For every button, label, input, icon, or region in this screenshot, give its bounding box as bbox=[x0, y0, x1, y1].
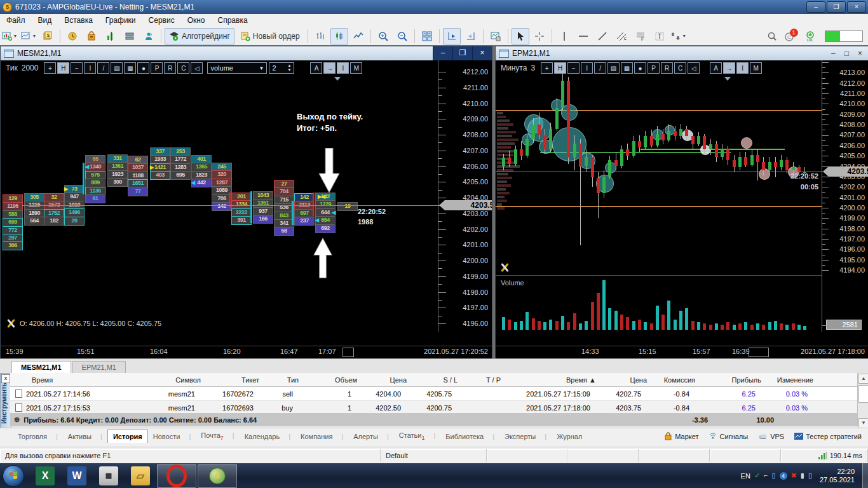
tray-clock[interactable]: 22:20 27.05.2021 bbox=[820, 468, 855, 484]
taskbar-mt5-button[interactable]: 5 bbox=[198, 464, 237, 488]
menu-Графики[interactable]: Графики bbox=[99, 15, 142, 26]
restore-button[interactable]: ❐ bbox=[827, 1, 846, 13]
taskbar-folder-icon[interactable]: ▱ bbox=[131, 466, 150, 485]
right-tool-button-3[interactable]: I bbox=[581, 62, 593, 74]
left-tool-button-10[interactable]: C bbox=[177, 62, 189, 74]
templates-button[interactable] bbox=[487, 28, 505, 44]
tray-language[interactable]: EN bbox=[741, 472, 750, 480]
column-header-9[interactable]: Цена bbox=[600, 376, 651, 384]
column-header-4[interactable]: Объем bbox=[302, 376, 361, 384]
economic-calendar-icon[interactable] bbox=[102, 28, 119, 44]
right-chart-titlebar[interactable]: EPM21,M1 – □ × bbox=[496, 46, 868, 61]
show-desktop-button[interactable] bbox=[862, 463, 868, 488]
right-chart-minimize[interactable]: – bbox=[831, 49, 836, 58]
left-mode-button-0[interactable]: A bbox=[310, 62, 322, 74]
market-icon[interactable] bbox=[83, 28, 100, 44]
taskbar-word-icon[interactable]: W bbox=[67, 466, 86, 485]
cursor-button[interactable] bbox=[512, 28, 529, 44]
taskbar-opera-button[interactable] bbox=[157, 464, 196, 488]
right-mode-button-2[interactable]: I bbox=[736, 62, 749, 74]
button-Маркет[interactable]: Маркет bbox=[664, 432, 698, 440]
right-tool-button-11[interactable]: ◁ bbox=[688, 62, 700, 74]
left-tool-button-7[interactable]: ● bbox=[137, 62, 149, 74]
candles-chart-button[interactable] bbox=[330, 28, 348, 44]
column-header-11[interactable]: Прибыль bbox=[699, 376, 765, 384]
tab-Календарь[interactable]: Календарь| bbox=[240, 430, 295, 443]
lvl-icon[interactable]: LVL bbox=[801, 28, 819, 44]
column-header-8[interactable]: Время ▲ bbox=[505, 376, 600, 384]
tray-key-icon[interactable]: ⌐ bbox=[764, 472, 768, 479]
left-tool-button-1[interactable]: H bbox=[57, 62, 69, 74]
tab-Эксперты[interactable]: Эксперты| bbox=[499, 430, 552, 443]
trendline-button[interactable] bbox=[593, 28, 611, 44]
left-mode-button-2[interactable]: I bbox=[337, 62, 349, 74]
table-row[interactable]: 2021.05.27 17:14:56mesm2116702672sell142… bbox=[10, 387, 858, 401]
zoom-in-button[interactable] bbox=[374, 28, 392, 44]
expand-icon[interactable]: ⊕ bbox=[14, 416, 20, 424]
left-volume-select[interactable]: volume▼ bbox=[207, 62, 267, 74]
close-button[interactable]: × bbox=[847, 1, 866, 13]
left-tool-button-8[interactable]: P bbox=[151, 62, 163, 74]
left-tool-button-5[interactable]: ▤ bbox=[111, 62, 123, 74]
column-header-3[interactable]: Тип bbox=[263, 376, 302, 384]
tab-Библиотека[interactable]: Библиотека| bbox=[440, 430, 499, 443]
right-tool-button-1[interactable]: H bbox=[554, 62, 566, 74]
right-tool-button-7[interactable]: ● bbox=[634, 62, 646, 74]
new-order-button[interactable]: Новый ордер bbox=[236, 28, 304, 44]
minimize-button[interactable]: – bbox=[806, 1, 825, 13]
quick-tools-icon[interactable] bbox=[6, 318, 16, 329]
right-chart-close[interactable]: × bbox=[858, 49, 862, 58]
column-header-2[interactable]: Тикет bbox=[205, 376, 263, 384]
vertical-line-button[interactable] bbox=[555, 28, 573, 44]
menu-Справка[interactable]: Справка bbox=[212, 15, 254, 26]
tile-windows-button[interactable] bbox=[418, 28, 436, 44]
right-tool-button-5[interactable]: ▤ bbox=[607, 62, 620, 74]
tab-История[interactable]: История bbox=[107, 430, 148, 443]
left-tool-button-9[interactable]: R bbox=[164, 62, 176, 74]
menu-Сервис[interactable]: Сервис bbox=[142, 15, 181, 26]
status-profile[interactable]: Default bbox=[381, 449, 487, 462]
search-icon[interactable] bbox=[763, 28, 781, 44]
column-header-5[interactable]: Цена bbox=[361, 376, 410, 384]
zoom-out-button[interactable] bbox=[393, 28, 411, 44]
toolbox-tab-EPM21,M1[interactable]: EPM21,M1 bbox=[72, 361, 126, 373]
tray-power-icon[interactable]: ▯ bbox=[808, 472, 812, 479]
scroll-down-icon[interactable]: ▼ bbox=[858, 418, 868, 428]
tray-volume-icon[interactable]: ▮ bbox=[801, 472, 804, 479]
taskbar-excel-icon[interactable]: X bbox=[36, 466, 55, 485]
start-button[interactable] bbox=[3, 465, 24, 487]
left-spinner[interactable]: 2 ▲▼ bbox=[269, 62, 294, 74]
column-header-7[interactable]: T / P bbox=[461, 376, 505, 384]
tab-Активы[interactable]: Активы| bbox=[63, 430, 107, 443]
tray-usb-icon[interactable]: ▯ bbox=[772, 472, 776, 479]
menu-Вид[interactable]: Вид bbox=[32, 15, 58, 26]
tray-app-icon[interactable]: 4 bbox=[780, 472, 787, 480]
left-chart-titlebar[interactable]: MESM21,M1 – ❐ × bbox=[1, 46, 492, 61]
left-tool-button-2[interactable]: − bbox=[71, 62, 83, 74]
tab-Статьи[interactable]: Статьи1| bbox=[394, 429, 441, 444]
left-chart-close[interactable]: × bbox=[472, 46, 492, 60]
left-chart-area[interactable]: Тик 2000 +H−I/▤▦●PRC◁ volume▼ 2 ▲▼ A→IM … bbox=[1, 60, 492, 358]
tab-Алерты[interactable]: Алерты| bbox=[348, 430, 394, 443]
tab-Компания[interactable]: Компания| bbox=[295, 430, 348, 443]
right-tool-button-4[interactable]: / bbox=[594, 62, 606, 74]
right-mode-button-1[interactable]: → bbox=[723, 62, 735, 74]
signals-person-icon[interactable] bbox=[140, 28, 158, 44]
new-chart-button[interactable]: ▼ bbox=[1, 28, 18, 44]
button-Сигналы[interactable]: Сигналы bbox=[709, 432, 749, 440]
left-chart-restore[interactable]: ❐ bbox=[452, 46, 472, 60]
channel-button[interactable]: E bbox=[613, 28, 630, 44]
right-chart-area[interactable]: Минута 3 +H−I/▤▦●PRC◁ A→IM 22:20:52 00:0… bbox=[496, 60, 868, 358]
column-header-10[interactable]: Комиссия bbox=[651, 376, 699, 384]
crosshair-button[interactable] bbox=[531, 28, 548, 44]
right-tool-button-0[interactable]: + bbox=[541, 62, 553, 74]
scroll-up-icon[interactable]: ▲ bbox=[858, 374, 868, 384]
left-tool-button-6[interactable]: ▦ bbox=[124, 62, 136, 74]
left-tool-button-4[interactable]: / bbox=[97, 62, 109, 74]
taskbar-calculator-icon[interactable]: ▦ bbox=[99, 466, 118, 485]
text-button[interactable]: T bbox=[651, 28, 668, 44]
history-center-icon[interactable] bbox=[64, 28, 81, 44]
tray-network-error-icon[interactable]: ✖ bbox=[791, 472, 797, 479]
table-scrollbar[interactable]: ▲ ▼ bbox=[857, 373, 868, 426]
menu-Файл[interactable]: Файл bbox=[0, 15, 32, 26]
